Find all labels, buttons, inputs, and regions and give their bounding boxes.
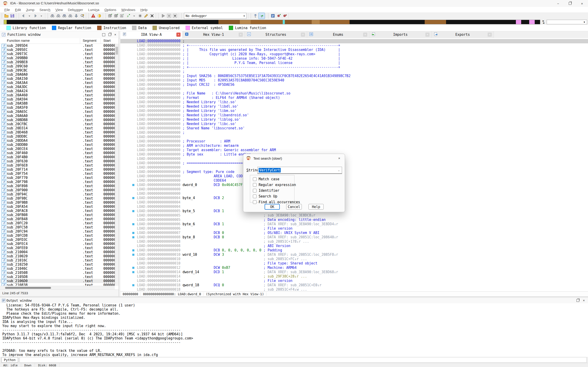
function-row[interactable]: fsub_20A460.text000000: [0, 93, 115, 97]
checkbox-search-up[interactable]: Search Up: [253, 194, 277, 199]
function-row[interactable]: fsub_20FC94.text000000: [0, 229, 115, 234]
ok-button[interactable]: OK: [265, 204, 280, 210]
make-data-icon[interactable]: D: [113, 13, 119, 19]
function-row[interactable]: fsub_20FA54.text000000: [0, 205, 115, 209]
disasm-line[interactable]: LOAD:0000000000000000 ; Needed Library '…: [120, 122, 588, 126]
band-segment[interactable]: [312, 20, 320, 24]
disasm-line[interactable]: LOAD:0000000000000000 ; ================…: [120, 161, 588, 165]
column-function-name[interactable]: Function name: [7, 39, 30, 42]
search-again-icon[interactable]: ↻: [67, 13, 73, 19]
function-row[interactable]: fsub_20D468.text000000: [0, 130, 115, 134]
band-segment[interactable]: [283, 20, 285, 24]
panel-maximize-icon[interactable]: [102, 33, 105, 36]
disasm-line[interactable]: LOAD:0000000000000000 CODE64: [120, 178, 588, 183]
disasm-line[interactable]: LOAD:0000000000000000 ; Segment type: Pu…: [120, 170, 588, 174]
disasm-line[interactable]: LOAD:0000000000000000: [120, 135, 588, 139]
disasm-line[interactable]: LOAD:0000000000000000 ; Input CRC32 : 4F…: [120, 83, 588, 87]
make-array-icon[interactable]: [137, 13, 143, 19]
menu-windows[interactable]: Windows: [119, 8, 138, 12]
disasm-line[interactable]: LOAD:0000000000000008 ; ABI Version: [120, 244, 588, 248]
tab-structures[interactable]: AStructures×: [245, 31, 307, 38]
function-row[interactable]: fsub_20BDB8.text000000: [0, 118, 115, 122]
combo-chevron-icon[interactable]: ⌄: [338, 169, 340, 172]
make-string-icon[interactable]: s: [125, 13, 131, 19]
function-row[interactable]: fsub_20A6A0.text000000: [0, 114, 115, 118]
disasm-line[interactable]: LOAD:0000000000000005 ; Data encoding: l…: [120, 218, 588, 222]
function-row[interactable]: fsub_20DDA4.text000000: [0, 139, 115, 143]
search-string-combo[interactable]: VerifyCert ⌄: [258, 167, 342, 174]
debugger-combo[interactable]: No debugger▼: [184, 13, 246, 19]
output-close-icon[interactable]: ×: [583, 299, 585, 302]
function-row[interactable]: fsub_20FEC4.text000000: [0, 242, 115, 246]
proximity-search-icon[interactable]: [79, 13, 85, 19]
tab-exports[interactable]: Exports×: [432, 31, 494, 38]
band-segment[interactable]: [446, 20, 516, 24]
function-row[interactable]: fsub_20F98C.text000000: [0, 196, 115, 200]
disasm-line[interactable]: LOAD:0000000000000000 ;: [120, 131, 588, 135]
ida-view-a[interactable]: LOAD:0000000000000000 ;LOAD:000000000000…: [120, 38, 588, 297]
band-segment[interactable]: [251, 20, 283, 24]
disasm-line[interactable]: LOAD:0000000000000000: [120, 192, 588, 196]
make-name-icon[interactable]: A: [119, 13, 125, 19]
function-row[interactable]: fsub_20F900.text000000: [0, 188, 115, 192]
band-segment[interactable]: [535, 20, 540, 24]
menu-jump[interactable]: Jump: [23, 8, 37, 12]
function-row[interactable]: fsub_20A65C.text000000: [0, 110, 115, 114]
disasm-line[interactable]: LOAD:0000000000000004 byte_4 DCB 2: [120, 196, 588, 200]
function-row[interactable]: fsub_20A5F0.text000000: [0, 106, 115, 110]
functions-hscrollbar[interactable]: [0, 286, 115, 290]
tab-imports[interactable]: Imports×: [369, 31, 432, 38]
output-restore-icon[interactable]: [577, 299, 579, 302]
dialog-titlebar[interactable]: Text search (slow!) ×: [243, 154, 345, 163]
function-row[interactable]: fsub_20A150.text000000: [0, 77, 115, 81]
disasm-line[interactable]: LOAD:0000000000000004: [120, 200, 588, 205]
function-row[interactable]: fsub_20F770.text000000: [0, 176, 115, 180]
functions-column-headers[interactable]: Function name Segment Start: [0, 38, 119, 44]
output-window-titlebar[interactable]: Output window ×: [0, 298, 588, 303]
tab-close-icon[interactable]: ×: [488, 33, 492, 37]
function-row[interactable]: fsub_20F6E8.text000000: [0, 163, 115, 167]
search-binary-icon[interactable]: 101: [61, 13, 67, 19]
checkbox-find-all-occurrences[interactable]: Find all occurrences: [253, 200, 300, 204]
function-row[interactable]: fsub_209CBC.text000000: [0, 68, 115, 73]
menu-caret-icon[interactable]: [131, 13, 137, 19]
function-row[interactable]: fsub_20F714.text000000: [0, 167, 115, 172]
disasm-line[interactable]: LOAD:0000000000000000 ; | Copyright (c) …: [120, 52, 588, 56]
band-segment[interactable]: [240, 20, 251, 24]
function-row[interactable]: fsub_20FC20.text000000: [0, 221, 115, 225]
disasm-line[interactable]: LOAD:0000000000000000 dword_0 DCD 0x464C…: [120, 183, 588, 187]
band-segment[interactable]: [218, 20, 240, 24]
menu-caret-icon[interactable]: [38, 13, 44, 19]
undefine-icon[interactable]: [149, 13, 155, 19]
save-file-icon[interactable]: [9, 13, 15, 19]
function-row[interactable]: fsub_209BB0.text000000: [0, 56, 115, 60]
disasm-line[interactable]: LOAD:0000000000000000 ;: [120, 69, 588, 74]
band-segment[interactable]: [7, 20, 218, 24]
navigate-forward-icon[interactable]: [32, 13, 38, 19]
function-row[interactable]: fsub_20F9B8.text000000: [0, 200, 115, 205]
disasm-line[interactable]: LOAD:0000000000000000 ; Needed Library '…: [120, 117, 588, 122]
function-row[interactable]: fsub_20FEE0.text000000: [0, 246, 115, 250]
disasm-line[interactable]: LOAD:0000000000000006 byte_6 DCB 1 ; DAT…: [120, 222, 588, 226]
band-segment[interactable]: [425, 20, 446, 24]
disasm-line[interactable]: LOAD:0000000000000000: [120, 157, 588, 161]
function-row[interactable]: fsub_20A3DC.text000000: [0, 85, 115, 89]
cancel-button[interactable]: Cancel: [286, 204, 302, 210]
disasm-line[interactable]: LOAD:0000000000000000 ; Format : ELF64 f…: [120, 96, 588, 100]
band-segment[interactable]: [529, 20, 535, 24]
disasm-line[interactable]: LOAD:0000000000000005 ; sub_3E8A90:loc_3…: [120, 213, 588, 218]
compile-script-icon[interactable]: c: [252, 13, 258, 19]
function-row[interactable]: fsub_20A3A4.text000000: [0, 81, 115, 85]
function-row[interactable]: fsub_2095EC.text000000: [0, 48, 115, 52]
disasm-line[interactable]: LOAD:0000000000000000 ; Input MD5 : 8209…: [120, 78, 588, 83]
disasm-line[interactable]: LOAD:0000000000000006 ; File version: [120, 226, 588, 231]
debug-start-icon[interactable]: [160, 13, 166, 19]
function-row[interactable]: fsub_210838.text000000: [0, 283, 115, 286]
disasm-line[interactable]: LOAD:0000000000000000 ; Needed Library '…: [120, 104, 588, 109]
menu-help[interactable]: Help: [138, 8, 150, 12]
restore-button[interactable]: [564, 0, 576, 7]
breakpoint-add-icon[interactable]: [276, 13, 282, 19]
disasm-line[interactable]: LOAD:0000000000000012 DCW 0xB7 ; Machine…: [120, 266, 588, 270]
disasm-line[interactable]: LOAD:0000000000000000 ; ARM architecture…: [120, 144, 588, 148]
band-segment[interactable]: [516, 20, 521, 24]
